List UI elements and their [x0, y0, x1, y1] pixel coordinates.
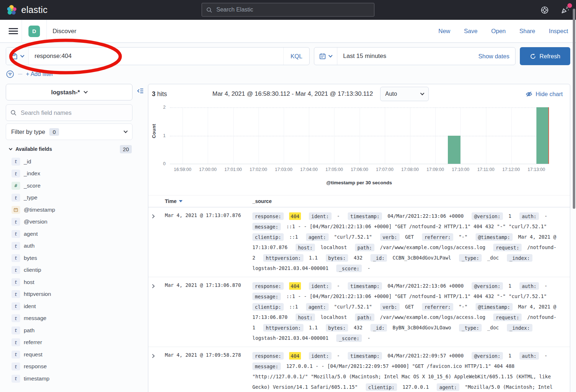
x-tick-label: 17:11:00: [477, 167, 495, 172]
field-item-timestamp[interactable]: ttimestamp: [6, 373, 132, 385]
source-highlight: 404: [289, 282, 301, 290]
filter-icon[interactable]: [6, 70, 14, 78]
y-tick-label: 1: [163, 133, 166, 138]
elastic-logo[interactable]: elastic: [6, 5, 48, 15]
x-tick-label: 17:01:00: [224, 167, 242, 172]
add-filter-button[interactable]: + Add filter: [26, 71, 53, 77]
field-item-httpversion[interactable]: thttpversion: [6, 288, 132, 301]
source-field-label: response:: [252, 352, 284, 360]
source-field-label: _type:: [459, 254, 482, 262]
appbar-action-inspect[interactable]: Inspect: [549, 28, 568, 35]
hide-chart-button[interactable]: Hide chart: [526, 91, 563, 98]
field-item-auth[interactable]: tauth: [6, 240, 132, 252]
source-field-label: _score:: [336, 334, 362, 342]
appbar-action-save[interactable]: Save: [464, 28, 478, 35]
source-value: ByBN_3cB04dGovJLOawo: [393, 325, 451, 330]
refresh-button[interactable]: Refresh: [520, 47, 570, 65]
source-field-label: host:: [296, 314, 315, 321]
field-item-host[interactable]: thost: [6, 276, 132, 288]
field-type-string-icon: t: [12, 194, 20, 202]
source-field-label: httpversion:: [263, 324, 303, 332]
documents-table: Time _source Mar 4, 2021 @ 17:13:07.876r…: [148, 195, 570, 392]
field-item-_id[interactable]: t_id: [6, 156, 132, 168]
field-item-path[interactable]: tpath: [6, 324, 132, 337]
field-item-ident[interactable]: tident: [6, 300, 132, 312]
source-field-label: referrer:: [422, 233, 453, 241]
source-field-label: verb:: [380, 303, 400, 311]
source-value: 1: [508, 213, 511, 219]
page-title: Discover: [53, 28, 76, 35]
app-badge[interactable]: D: [28, 26, 40, 37]
column-header-time[interactable]: Time: [165, 198, 252, 204]
filter-by-type-count: 0: [49, 128, 59, 136]
source-value: 1.1: [309, 255, 318, 261]
chart-plot[interactable]: 16:59:0017:00:0017:01:0017:02:0017:03:00…: [170, 107, 549, 164]
source-value: ::1 - - [04/Mar/2021:22:13:06 +0000] "GE…: [286, 224, 546, 229]
source-value: "-": [459, 234, 467, 240]
expand-row-icon[interactable]: [151, 351, 165, 392]
field-item-_index[interactable]: t_index: [6, 168, 132, 180]
query-language-button[interactable]: KQL: [283, 48, 309, 65]
time-range-value[interactable]: Last 15 minutes: [337, 53, 386, 60]
global-search-input[interactable]: [216, 6, 370, 13]
chart-time-range: Mar 4, 2021 @ 16:58:30.112 - Mar 4, 2021…: [212, 90, 373, 98]
field-item-agent[interactable]: tagent: [6, 228, 132, 240]
interval-select[interactable]: Auto: [380, 87, 429, 101]
row-source: response: 404 ident: - timestamp: 04/Mar…: [252, 281, 557, 343]
histogram-bar[interactable]: [536, 107, 549, 164]
appbar-action-open[interactable]: Open: [491, 28, 505, 35]
date-quick-menu[interactable]: [314, 48, 337, 65]
appbar-action-share[interactable]: Share: [519, 28, 535, 35]
chevron-right-icon: [150, 354, 154, 358]
chevron-down-icon: [84, 89, 87, 93]
source-field-label: response:: [252, 282, 284, 290]
newsfeed-icon[interactable]: [560, 5, 570, 15]
x-tick-label: 16:59:00: [174, 167, 192, 172]
source-value: 1: [508, 353, 511, 359]
chevron-right-icon: [150, 214, 154, 218]
filter-by-type[interactable]: Filter by type 0: [6, 123, 132, 140]
collapse-sidebar-icon[interactable]: [137, 87, 144, 94]
histogram-bar[interactable]: [448, 136, 460, 164]
refresh-label: Refresh: [540, 53, 561, 60]
global-search[interactable]: [202, 3, 374, 17]
field-item-_score[interactable]: #_score: [6, 180, 132, 192]
field-name: auth: [24, 243, 35, 249]
chevron-down-icon: [328, 53, 332, 57]
x-tick-label: 17:09:00: [427, 167, 444, 172]
field-item-@timestamp[interactable]: @timestamp: [6, 204, 132, 216]
field-item-bytes[interactable]: tbytes: [6, 252, 132, 264]
field-search[interactable]: [6, 104, 132, 121]
index-pattern-selector[interactable]: logstash-*: [6, 84, 132, 100]
help-icon[interactable]: [540, 5, 549, 15]
field-item-request[interactable]: trequest: [6, 348, 132, 361]
field-item-response[interactable]: tresponse: [6, 361, 132, 373]
saved-query-menu[interactable]: [6, 48, 29, 65]
available-fields-header[interactable]: Available fields 20: [6, 145, 132, 153]
query-input[interactable]: [29, 48, 283, 65]
appbar-action-new[interactable]: New: [438, 28, 450, 35]
field-item-clientip[interactable]: tclientip: [6, 264, 132, 276]
row-timestamp: Mar 4, 2021 @ 17:09:58.278: [165, 351, 252, 392]
scrollbar[interactable]: [573, 9, 575, 209]
field-name: message: [24, 315, 46, 321]
field-item-_type[interactable]: t_type: [6, 192, 132, 204]
x-tick-label: 17:10:00: [452, 167, 469, 172]
field-item-@version[interactable]: t@version: [6, 216, 132, 228]
field-type-string-icon: t: [12, 266, 20, 274]
field-type-number-icon: #: [12, 182, 20, 190]
field-item-message[interactable]: tmessage: [6, 312, 132, 325]
expand-row-icon[interactable]: [151, 281, 165, 343]
table-header: Time _source: [148, 195, 570, 207]
source-value: GET: [405, 234, 414, 240]
field-item-referrer[interactable]: treferrer: [6, 337, 132, 349]
menu-icon[interactable]: [5, 20, 22, 43]
query-input-group: KQL: [6, 47, 310, 65]
show-dates-button[interactable]: Show dates: [478, 53, 515, 60]
source-field-label: httpversion:: [263, 254, 303, 262]
x-tick-label: 17:02:00: [249, 167, 267, 172]
row-timestamp: Mar 4, 2021 @ 17:13:06.870: [165, 281, 252, 343]
expand-row-icon[interactable]: [151, 211, 165, 274]
field-search-input[interactable]: [20, 109, 128, 117]
field-type-string-icon: t: [12, 375, 20, 383]
